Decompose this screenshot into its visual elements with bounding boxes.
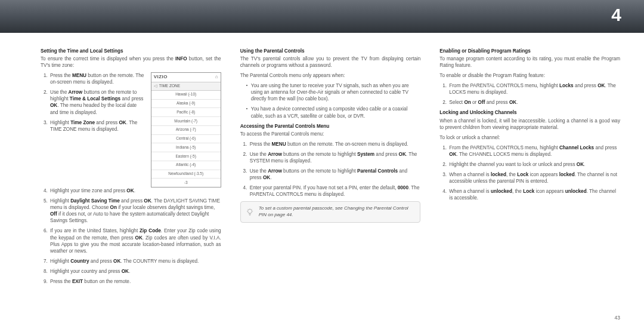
list-item: Press the EXIT button on the remote. [49, 278, 221, 285]
tip-callout: To set a custom parental passcode, see C… [240, 201, 421, 223]
back-arrow-icon: ◁ [154, 84, 157, 89]
list-item: From the PARENTAL CONTROLS menu, highlig… [448, 82, 620, 96]
ordered-list: Press the MENU button on the remote. The… [41, 72, 146, 133]
column-3: Enabling or Disabling Program Ratings To… [439, 48, 620, 288]
menu-row: Pacific (-8) [151, 108, 221, 117]
paragraph: To access the Parental Controls menu: [240, 131, 421, 137]
list-item: Press the MENU button on the remote. The… [249, 141, 421, 147]
paragraph: The Parental Controls menu only appears … [240, 72, 421, 79]
menu-row: -3 [151, 179, 221, 187]
menu-row: Eastern (-5) [151, 152, 221, 161]
section-title: Accessing the Parental Controls Menu [240, 123, 421, 130]
menu-row: Newfoundland (-3.5) [151, 170, 221, 179]
menu-title: TIME ZONE [159, 84, 180, 89]
list-item: Select On or Off and press OK. [448, 99, 620, 106]
menu-row: Hawaii (-10) [151, 91, 221, 100]
paragraph: To lock or unlock a channel: [439, 134, 620, 141]
list-item: You have a device connected using a comp… [246, 106, 421, 119]
menu-row: Atlantic (-4) [151, 161, 221, 170]
timezone-menu-figure: VIZIO ⌂ ◁ TIME ZONE Hawaii (-10) Alaska … [151, 72, 221, 187]
list-item: You are using the tuner to receive your … [246, 82, 421, 102]
list-item: If you are in the United States, highlig… [49, 227, 221, 254]
lightbulb-icon [246, 208, 254, 216]
list-item: When a channel is locked, the Lock icon … [448, 171, 620, 185]
home-icon: ⌂ [215, 74, 218, 81]
page-number: 43 [615, 315, 620, 321]
column-2: Using the Parental Controls The TV's par… [240, 48, 421, 288]
menu-row: Mountain (-7) [151, 117, 221, 126]
bullet-list: You are using the tuner to receive your … [240, 82, 421, 119]
list-item: Use the Arrow buttons on the remote to h… [249, 151, 421, 164]
menu-row: Central (-6) [151, 135, 221, 144]
page-body: Setting the Time and Local Settings To e… [0, 33, 644, 294]
list-item: Press the MENU button on the remote. The… [49, 72, 146, 85]
ordered-list: Highlight your time zone and press OK. H… [41, 187, 221, 285]
section-title: Setting the Time and Local Settings [41, 48, 221, 54]
list-item: From the PARENTAL CONTROLS menu, highlig… [448, 144, 620, 158]
list-item: Enter your parental PIN. If you have not… [249, 185, 421, 198]
section-title: Using the Parental Controls [240, 48, 421, 54]
list-item: Highlight Time Zone and press OK. The TI… [49, 119, 146, 133]
chapter-header: 4 [0, 0, 644, 33]
menu-title-row: ◁ TIME ZONE [151, 82, 221, 91]
list-item: Highlight Daylight Saving Time and press… [49, 198, 221, 224]
chapter-number: 4 [611, 5, 621, 25]
steps-with-figure: Press the MENU button on the remote. The… [41, 72, 221, 187]
paragraph: The TV's parental controls allow you to … [240, 56, 421, 69]
menu-row: Indiana (-5) [151, 143, 221, 152]
paragraph: To ensure the correct time is displayed … [41, 56, 221, 69]
list-item: Use the Arrow buttons on the remote to h… [249, 168, 421, 181]
list-item: Highlight the channel you want to lock o… [448, 161, 620, 168]
list-item: Highlight Country and press OK. The COUN… [49, 258, 221, 265]
column-1: Setting the Time and Local Settings To e… [41, 48, 221, 288]
svg-point-0 [247, 209, 252, 213]
paragraph: When a channel is locked, it will be ina… [439, 118, 620, 131]
ordered-list: From the PARENTAL CONTROLS menu, highlig… [439, 144, 620, 201]
list-item: Highlight your time zone and press OK. [49, 187, 221, 194]
menu-row: Alaska (-9) [151, 100, 221, 109]
list-item: Highlight your country and press OK. [49, 268, 221, 275]
menu-header: VIZIO ⌂ [151, 73, 221, 82]
brand-logo: VIZIO [154, 74, 215, 81]
paragraph: To manage program content according to i… [439, 56, 620, 69]
ordered-list: Press the MENU button on the remote. The… [240, 141, 421, 198]
paragraph: To enable or disable the Program Rating … [439, 72, 620, 79]
list-item: When a channel is unlocked, the Lock ico… [448, 188, 620, 201]
ordered-list: From the PARENTAL CONTROLS menu, highlig… [439, 82, 620, 106]
section-title: Locking and Unlocking Channels [439, 109, 620, 116]
section-title: Enabling or Disabling Program Ratings [439, 48, 620, 54]
list-item: Use the Arrow buttons on the remote to h… [49, 89, 146, 115]
menu-row: Arizona (-7) [151, 126, 221, 135]
